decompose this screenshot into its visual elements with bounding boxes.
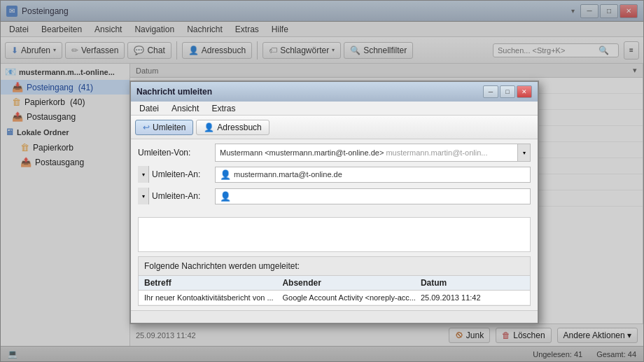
dialog-maximize-button[interactable]: □ <box>500 85 515 98</box>
an1-label-group: ▾ Umleiten-An: <box>138 166 215 183</box>
following-section: Folgende Nachrichten werden umgeleitet: … <box>138 256 531 306</box>
an2-label: Umleiten-An: <box>149 191 200 201</box>
dialog-close-button[interactable]: ✕ <box>517 85 532 98</box>
an2-value-box[interactable]: 👤 <box>215 188 531 204</box>
person-icon-2: 👤 <box>220 191 231 202</box>
dialog-adressbuch-button[interactable]: 👤 Adressbuch <box>196 120 269 135</box>
an2-row: ▾ Umleiten-An: 👤 <box>138 187 531 205</box>
redirect-dialog: Nachricht umleiten ─ □ ✕ Datei Ansicht E… <box>130 81 539 324</box>
dialog-bottom <box>131 310 538 323</box>
dialog-title-bar: Nachricht umleiten ─ □ ✕ <box>131 82 538 102</box>
row-betreff: Ihr neuer Kontoaktivitätsbericht von ... <box>144 293 282 302</box>
von-label: Umleiten-Von: <box>138 148 215 158</box>
dialog-controls: ─ □ ✕ <box>483 85 532 98</box>
dialog-menu-ansicht[interactable]: Ansicht <box>166 103 204 114</box>
datum-header: Datum <box>421 278 524 288</box>
message-area[interactable] <box>138 217 531 252</box>
von-value: Mustermann <mustermann.martin@t-online.d… <box>216 146 517 159</box>
dialog-contacts-icon: 👤 <box>204 123 214 132</box>
dialog-form: Umleiten-Von: Mustermann <mustermann.mar… <box>131 139 538 213</box>
absender-header: Absender <box>282 278 420 288</box>
following-row[interactable]: Ihr neuer Kontoaktivitätsbericht von ...… <box>139 291 530 305</box>
an1-row: ▾ Umleiten-An: 👤 mustermann.marta@t-onli… <box>138 165 531 183</box>
person-icon-1: 👤 <box>220 169 231 180</box>
dialog-minimize-button[interactable]: ─ <box>483 85 498 98</box>
von-dropdown-arrow[interactable]: ▾ <box>517 144 530 161</box>
forward-icon: ↩ <box>143 123 150 132</box>
row-absender: Google Account Activity <noreply-acc... <box>282 293 420 302</box>
an1-label: Umleiten-An: <box>149 169 200 179</box>
an2-label-group: ▾ Umleiten-An: <box>138 188 215 204</box>
an1-value-box[interactable]: 👤 mustermann.marta@t-online.de <box>215 167 531 183</box>
dialog-menu-extras[interactable]: Extras <box>206 103 241 114</box>
following-table-header: Betreff Absender Datum <box>139 276 530 291</box>
following-header: Folgende Nachrichten werden umgeleitet: <box>139 257 530 276</box>
row-datum: 25.09.2013 11:42 <box>421 293 524 302</box>
dialog-title: Nachricht umleiten <box>136 87 212 97</box>
dialog-menu-datei[interactable]: Datei <box>134 103 164 114</box>
von-dropdown[interactable]: Mustermann <mustermann.martin@t-online.d… <box>215 144 531 162</box>
dialog-menu-bar: Datei Ansicht Extras <box>131 102 538 116</box>
umleiten-button[interactable]: ↩ Umleiten <box>135 120 193 135</box>
betreff-header: Betreff <box>144 278 282 288</box>
dialog-toolbar: ↩ Umleiten 👤 Adressbuch <box>131 116 538 139</box>
an1-expand-arrow[interactable]: ▾ <box>138 166 149 183</box>
an2-expand-arrow[interactable]: ▾ <box>138 188 149 204</box>
von-row: Umleiten-Von: Mustermann <mustermann.mar… <box>138 144 531 162</box>
dialog-overlay: Nachricht umleiten ─ □ ✕ Datei Ansicht E… <box>0 0 644 362</box>
